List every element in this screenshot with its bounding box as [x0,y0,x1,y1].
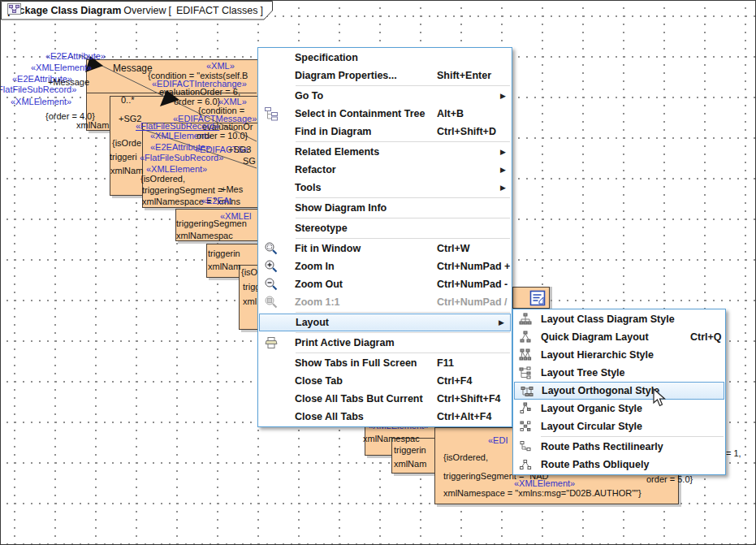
frame-diagram-name: EDIFACT Classes [176,5,258,16]
menu-item-layout[interactable]: Layout ▶ [259,314,511,331]
frame-bracket-open: [ [168,5,171,16]
diagram-label: +SG3 [228,145,251,154]
menu-item-print-active-diagram[interactable]: Print Active Diagram [258,334,512,352]
diagram-label: xmlNam [76,120,109,130]
diagram-label: Message [113,63,153,73]
diagram-label: xmlNamespac [176,231,233,240]
menu-separator [296,312,510,313]
zoom-in-icon [264,259,279,274]
submenu-item-quick-diagram-layout[interactable]: Quick Diagram Layout Ctrl+Q [513,328,725,346]
diagram-label: «XML» [206,61,235,71]
menu-item-go-to[interactable]: Go To ▶ [258,87,512,105]
menu-item-zoom-1-1[interactable]: Zoom 1:1 Ctrl+NumPad / [258,293,512,311]
menu-item-close-tab[interactable]: Close Tab Ctrl+F4 [258,372,512,390]
menu-item-specification[interactable]: Specification [258,49,512,67]
menu-separator [296,218,510,218]
diagram-label: {isOrde [112,138,141,148]
submenu-item-layout-organic-style[interactable]: Layout Organic Style [513,400,725,417]
submenu-item-layout-tree-style[interactable]: Layout Tree Style [513,364,725,382]
diagram-label: «XMLElement» [31,63,92,72]
diagram-label: {isOrdered, [443,452,488,462]
route-oblique-icon [519,458,532,471]
diagram-canvas[interactable]: package Class Diagram Overview [ EDIFACT… [0,0,756,545]
menu-item-stereotype[interactable]: Stereotype [258,219,512,237]
frame-package-name: Overview [123,5,166,16]
diagram-label: SG [243,156,256,166]
fit-in-window-icon [264,241,279,256]
layout-class-diagram-icon [519,313,532,326]
diagram-label: triggeringSegment = [142,185,222,195]
diagram-label: {isOrdered, [140,174,185,184]
diagram-label: «E2EAt [201,196,231,205]
menu-separator [296,353,510,353]
menu-item-find-in-diagram[interactable]: Find in Diagram Ctrl+Shift+D [258,123,512,141]
submenu-arrow-icon: ▶ [500,148,506,156]
diagram-label: 0..* [121,95,135,105]
menu-item-refactor[interactable]: Refactor ▶ [258,161,512,179]
submenu-arrow-icon: ▶ [500,166,506,174]
diagram-frame-tab: package Class Diagram Overview [ EDIFACT… [1,1,277,20]
diagram-label: «FlatFileSubRecord» [136,121,219,131]
frame-keyword: package Class Diagram [7,5,121,16]
context-menu: Specification Diagram Properties... Shif… [257,47,512,427]
diagram-label: triggeri [110,152,137,162]
class-box-fragment[interactable] [512,287,550,309]
frame-bracket-close: ] [260,5,262,16]
diagram-label: {isO [241,267,257,277]
diagram-label: triggerin [208,249,240,258]
route-rectilinear-icon [519,440,532,453]
diagram-label: «XMLElement» [146,164,207,174]
diagram-label: «E2EAttribute» [45,51,106,61]
diagram-label: triggerin [394,445,426,455]
menu-item-diagram-properties[interactable]: Diagram Properties... Shift+Enter [258,67,512,84]
menu-item-zoom-out[interactable]: Zoom Out Ctrl+NumPad - [258,275,512,293]
diagram-label: «FlatFileSubRecord» [0,84,76,94]
menu-item-show-diagram-info[interactable]: Show Diagram Info [258,199,512,217]
menu-separator [296,141,510,142]
tree-layout-icon [519,366,532,379]
menu-item-fit-in-window[interactable]: Fit in Window Ctrl+W [258,240,512,257]
diagram-label: triggeringSegmen [176,218,247,228]
menu-item-close-all-tabs-but-current[interactable]: Close All Tabs But Current Ctrl+Shift+F4 [258,390,512,408]
diagram-label: = 1, [726,448,741,458]
submenu-item-route-paths-rectilinearly[interactable]: Route Paths Rectilinearly [513,438,725,456]
layout-submenu: Layout Class Diagram Style Quick Diagram… [512,309,726,475]
diagram-label: xmlNam [110,166,143,175]
diagram-label: «EDI [488,435,508,445]
diagram-label: «XMLElement» [11,97,71,106]
diagram-label: evaluationOrder = 6, [159,87,240,97]
submenu-item-layout-orthogonal-style[interactable]: Layout Orthogonal Style [514,382,724,400]
submenu-item-route-paths-obliquely[interactable]: Route Paths Obliquely [513,456,725,474]
menu-separator [541,436,724,437]
submenu-arrow-icon: ▶ [499,318,504,327]
menu-item-tools[interactable]: Tools ▶ [258,179,512,197]
diagram-label: xmlNam [394,459,426,469]
submenu-item-layout-class-diagram-style[interactable]: Layout Class Diagram Style [513,310,725,328]
diagram-label: «XMLElement» [514,478,575,488]
menu-separator [296,85,510,86]
menu-item-select-in-containment-tree[interactable]: Select in Containment Tree Alt+B [258,105,512,123]
submenu-item-layout-circular-style[interactable]: Layout Circular Style [513,417,725,435]
diagram-label: «FlatFileSubRecord» [140,153,223,162]
diagram-label: xml [243,296,257,306]
submenu-arrow-icon: ▶ [500,184,506,192]
menu-item-close-all-tabs[interactable]: Close All Tabs Ctrl+Alt+F4 [258,408,512,426]
organic-layout-icon [519,402,532,415]
menu-separator [296,332,510,333]
submenu-item-layout-hierarchic-style[interactable]: Layout Hierarchic Style [513,346,725,364]
quick-layout-icon [519,331,532,344]
menu-item-related-elements[interactable]: Related Elements ▶ [258,143,512,161]
diagram-label: xmlNam [208,262,240,271]
containment-tree-icon [264,106,279,121]
hierarchic-layout-icon [519,348,532,361]
circular-layout-icon [519,420,532,433]
diagram-label: xmlNamespac [363,434,420,443]
diagram-label: order = 5.0} [646,474,693,484]
menu-item-show-tabs-in-full-screen[interactable]: Show Tabs in Full Screen F11 [258,354,512,372]
zoom-out-icon [264,277,279,292]
menu-item-zoom-in[interactable]: Zoom In Ctrl+NumPad + [258,257,512,275]
menu-separator [296,238,510,239]
diagram-label: order = 10.0} [197,131,248,141]
diagram-note-icon [529,290,546,307]
diagram-label: +Mes [221,184,243,194]
